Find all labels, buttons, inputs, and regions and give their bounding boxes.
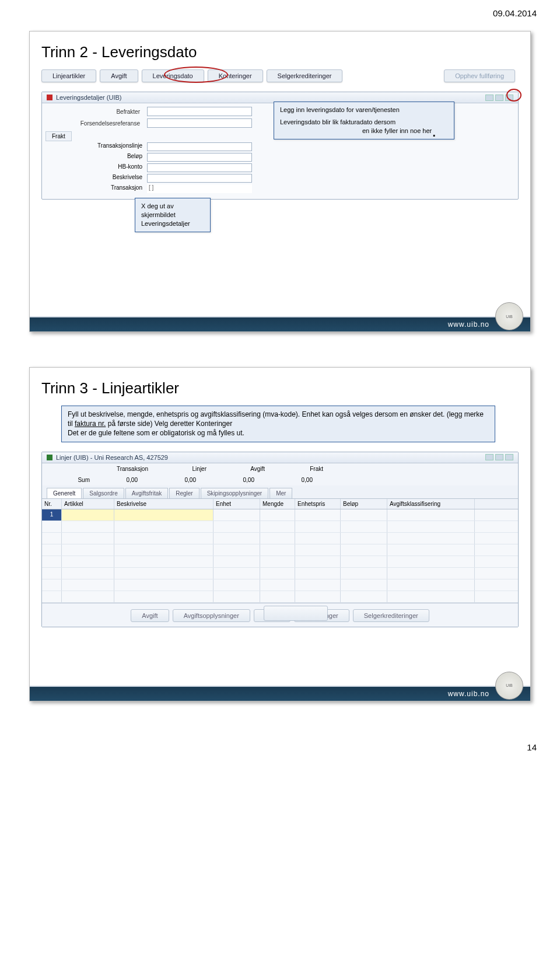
desc-b: på første side) Velg deretter Konteringe… [106, 420, 232, 428]
slide-2: Trinn 3 - Linjeartikler Fyll ut beskrive… [29, 367, 531, 701]
input-transaksjon: [ ] [147, 184, 252, 193]
uib-crest-icon: UiB [495, 302, 523, 330]
tab-konteringer[interactable]: Konteringer [208, 69, 263, 82]
input-hbkonto[interactable] [147, 163, 252, 172]
input-beskrivelse[interactable] [147, 174, 252, 183]
panel2-title-text: Linjer (UIB) - Uni Research AS, 427529 [56, 454, 168, 461]
label-beskrivelse: Beskrivelse [49, 174, 142, 183]
table-row[interactable] [42, 591, 518, 603]
footer-url: www.uib.no [448, 320, 489, 329]
label-transaksjon: Transaksjon [49, 184, 142, 193]
label-forsendelsesref: Forsendelsesreferanse [49, 120, 142, 127]
input-belop[interactable] [147, 153, 252, 162]
tab-selgerkrediteringer[interactable]: Selgerkrediteringer [267, 69, 343, 82]
col-beskrivelse: Beskrivelse [114, 499, 214, 509]
callout-close-hint: X deg ut av skjermbildet Leveringsdetalj… [135, 198, 211, 232]
table-row[interactable] [42, 533, 518, 544]
sum-frakt-val: 0,00 [268, 477, 327, 483]
label-transaksjonslinje: Transaksjonslinje [49, 142, 142, 151]
col-enhet: Enhet [214, 499, 260, 509]
sum-label: Sum [47, 477, 93, 483]
sum-avgift-val: 0,00 [210, 477, 268, 483]
slide2-footer: www.uib.no [30, 686, 530, 701]
sum-frakt-label: Frakt [268, 466, 327, 472]
max-icon[interactable] [495, 454, 503, 460]
callout-leveringsdato-info: Legg inn leveringsdato for varen/tjenest… [274, 102, 454, 139]
label-befrakter: Befrakter [49, 109, 142, 115]
desc-link: faktura nr. [75, 420, 106, 428]
subtab-regler[interactable]: Regler [169, 488, 199, 498]
table-row[interactable] [42, 568, 518, 579]
sum-linjer-val: 0,00 [152, 477, 210, 483]
tab-leveringsdato[interactable]: Leveringsdato [142, 69, 204, 82]
tab-avgift[interactable]: Avgift [100, 69, 138, 82]
col-artikkel: Artikkel [62, 499, 114, 509]
min-icon[interactable] [485, 454, 494, 460]
group-frakt[interactable]: Frakt [46, 131, 72, 141]
slide2-title: Trinn 3 - Linjeartikler [41, 379, 519, 397]
col-nr: Nr. [42, 499, 62, 509]
callout2-l2: skjermbildet [141, 211, 204, 219]
close-icon[interactable] [505, 95, 513, 101]
sum-row: Transaksjon Linjer Avgift Frakt [42, 463, 518, 474]
callout2-l3: Leveringsdetaljer [141, 219, 204, 228]
grid-header: Nr. Artikkel Beskrivelse Enhet Mengde En… [42, 498, 518, 509]
page-date: 09.04.2014 [0, 0, 560, 20]
table-row[interactable]: 1 [42, 509, 518, 521]
panel-linjer: Linjer (UIB) - Uni Research AS, 427529 T… [41, 452, 519, 627]
lowertab-avgiftsopplysninger[interactable]: Avgiftsopplysninger [173, 609, 250, 622]
table-row[interactable] [42, 521, 518, 533]
tab-opphev-fullforing[interactable]: Opphev fullføring [444, 69, 515, 82]
min-icon[interactable] [485, 95, 494, 101]
lowertab-frakt[interactable]: Frakt [254, 609, 290, 622]
panel-window-controls [485, 95, 513, 101]
callout-line1: Legg inn leveringsdato for varen/tjenest… [280, 106, 448, 114]
col-belop: Beløp [341, 499, 387, 509]
panel-color-icon [47, 95, 52, 100]
panel-title-text: Leveringsdetaljer (UIB) [56, 94, 122, 101]
sum-linjer-label: Linjer [152, 466, 210, 472]
input-forsendelsesref[interactable] [147, 118, 252, 128]
lowertab-selgerkrediteringer[interactable]: Selgerkrediteringer [353, 609, 429, 622]
slide1-footer: www.uib.no [30, 316, 530, 331]
grid-body: 1 [42, 509, 518, 603]
sum-avgift-label: Avgift [210, 466, 268, 472]
subtab-generelt[interactable]: Generelt [47, 488, 82, 498]
panel2-color-icon [47, 455, 52, 460]
col-mengde: Mengde [260, 499, 295, 509]
desc-c: Det er de gule feltene som er obligatori… [68, 429, 244, 437]
col-enhetspris: Enhetspris [295, 499, 341, 509]
col-avgiftsklassifisering: Avgiftsklassifisering [387, 499, 475, 509]
uib-crest-icon: UiB [495, 672, 523, 700]
max-icon[interactable] [495, 95, 503, 101]
large-period-icon: . [432, 122, 436, 140]
sub-tab-bar: Generelt Salgsordre Avgiftsfritak Regler… [42, 485, 518, 498]
callout-line2: Leveringsdato blir lik fakturadato derso… [280, 118, 448, 127]
subtab-salgsordre[interactable]: Salgsordre [83, 488, 124, 498]
lower-tab-bar: Avgift Avgiftsopplysninger Frakt Konteri… [42, 603, 518, 627]
subtab-mer[interactable]: Mer [270, 488, 292, 498]
row-selector[interactable]: 1 [42, 509, 62, 521]
input-befrakter[interactable] [147, 107, 252, 116]
table-row[interactable] [42, 544, 518, 556]
subtab-skipingsopplysninger[interactable]: Skipingsopplysninger [201, 488, 269, 498]
label-belop: Beløp [49, 153, 142, 162]
sum-trans-val: 0,00 [93, 477, 152, 483]
subtab-avgiftsfritak[interactable]: Avgiftsfritak [125, 488, 169, 498]
lowertab-konteringer[interactable]: Konteringer [294, 609, 349, 622]
table-row[interactable] [42, 579, 518, 591]
slide1-title: Trinn 2 - Leveringsdato [41, 43, 519, 61]
callout-line3: en ikke fyller inn noe her. [280, 127, 448, 135]
page-number: 14 [0, 736, 560, 763]
table-row[interactable] [42, 556, 518, 568]
sum-trans-label: Transaksjon [93, 466, 152, 472]
callout2-l1: X deg ut av [141, 202, 204, 211]
footer-url: www.uib.no [448, 690, 489, 698]
input-transaksjonslinje[interactable] [147, 142, 252, 151]
panel2-window-controls [485, 454, 513, 460]
sum-values: Sum 0,00 0,00 0,00 0,00 [42, 474, 518, 485]
lowertab-avgift[interactable]: Avgift [131, 609, 169, 622]
close-icon[interactable] [505, 454, 513, 460]
tab-linjeartikler[interactable]: Linjeartikler [41, 69, 96, 82]
slide-1: Trinn 2 - Leveringsdato Linjeartikler Av… [29, 31, 531, 332]
